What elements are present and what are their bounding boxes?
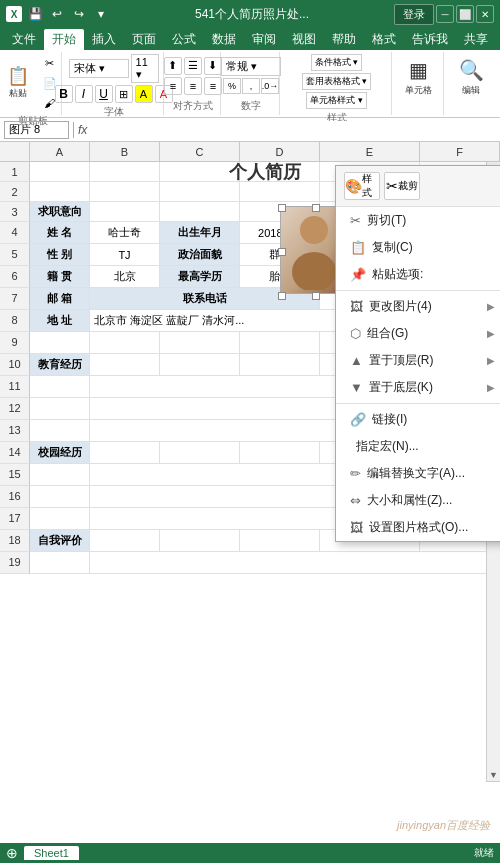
conditional-format-button[interactable]: 条件格式 ▾ [311, 54, 363, 71]
tab-review[interactable]: 审阅 [244, 29, 284, 50]
align-middle-button[interactable]: ☰ [184, 57, 202, 75]
cell-a17[interactable] [30, 508, 90, 529]
ctx-link-item[interactable]: 🔗 链接(I) [336, 406, 500, 433]
undo-btn[interactable]: ↩ [48, 5, 66, 23]
formula-input[interactable] [91, 121, 496, 139]
underline-button[interactable]: U [95, 85, 113, 103]
cell-d9[interactable] [240, 332, 320, 353]
ctx-macro-item[interactable]: 指定宏(N)... [336, 433, 500, 460]
cell-b10[interactable] [90, 354, 160, 375]
selection-handle-bl[interactable] [278, 292, 286, 300]
cell-a5[interactable]: 性 别 [30, 244, 90, 265]
ctx-crop-button[interactable]: ✂ 裁剪 [384, 172, 420, 200]
cell-a16[interactable] [30, 486, 90, 507]
tab-data[interactable]: 数据 [204, 29, 244, 50]
cell-a19[interactable] [30, 552, 90, 573]
tab-home[interactable]: 开始 [44, 29, 84, 50]
cell-a9[interactable] [30, 332, 90, 353]
align-top-button[interactable]: ⬆ [164, 57, 182, 75]
restore-button[interactable]: ⬜ [456, 5, 474, 23]
tab-page[interactable]: 页面 [124, 29, 164, 50]
cell-d1[interactable] [240, 162, 320, 181]
cell-a18[interactable]: 自我评价 [30, 530, 90, 551]
name-box[interactable]: 图片 8 [4, 121, 69, 139]
number-format-dropdown[interactable]: 常规 ▾ [221, 57, 281, 76]
font-size-dropdown[interactable]: 11 ▾ [131, 54, 159, 83]
redo-btn[interactable]: ↪ [70, 5, 88, 23]
cell-b2[interactable] [90, 182, 160, 201]
cell-bcdef19[interactable] [90, 552, 500, 573]
cell-b6[interactable]: 北京 [90, 266, 160, 287]
cell-c5[interactable]: 政治面貌 [160, 244, 240, 265]
align-center-button[interactable]: ≡ [184, 77, 202, 95]
col-header-c[interactable]: C [160, 142, 240, 161]
scroll-down-button[interactable]: ▼ [487, 768, 501, 782]
cell-a11[interactable] [30, 376, 90, 397]
cell-a14[interactable]: 校园经历 [30, 442, 90, 463]
align-bottom-button[interactable]: ⬇ [204, 57, 222, 75]
tab-insert[interactable]: 插入 [84, 29, 124, 50]
cell-a2[interactable] [30, 182, 90, 201]
ctx-group-item[interactable]: ⬡ 组合(G) ▶ [336, 320, 500, 347]
font-name-dropdown[interactable]: 宋体 ▾ [69, 59, 129, 78]
ctx-style-button[interactable]: 🎨 样式 [344, 172, 380, 200]
bold-button[interactable]: B [55, 85, 73, 103]
ctx-copy-item[interactable]: 📋 复制(C) [336, 234, 500, 261]
cell-b4[interactable]: 哈士奇 [90, 222, 160, 243]
selection-handle-tm[interactable] [312, 204, 320, 212]
cell-a10[interactable]: 教育经历 [30, 354, 90, 375]
cell-b9[interactable] [90, 332, 160, 353]
align-left-button[interactable]: ≡ [164, 77, 182, 95]
paste-button[interactable]: 📋 粘贴 [2, 64, 34, 102]
tab-file[interactable]: 文件 [4, 29, 44, 50]
ctx-send-back-item[interactable]: ▼ 置于底层(K) ▶ [336, 374, 500, 401]
cell-button[interactable]: ▦ 单元格 [403, 58, 435, 96]
ctx-paste-item[interactable]: 📌 粘贴选项: [336, 261, 500, 288]
ctx-bring-front-item[interactable]: ▲ 置于顶层(R) ▶ [336, 347, 500, 374]
ctx-format-image-item[interactable]: 🖼 设置图片格式(O)... [336, 514, 500, 541]
save-btn[interactable]: 💾 [26, 5, 44, 23]
col-header-a[interactable]: A [30, 142, 90, 161]
sheet-add-button[interactable]: ⊕ [6, 845, 18, 861]
tab-format[interactable]: 格式 [364, 29, 404, 50]
ctx-cut-item[interactable]: ✂ 剪切(T) [336, 207, 500, 234]
cell-b5[interactable]: TJ [90, 244, 160, 265]
cell-b14[interactable] [90, 442, 160, 463]
increase-decimal-button[interactable]: .0→ [261, 78, 279, 94]
ctx-size-prop-item[interactable]: ⇔ 大小和属性(Z)... [336, 487, 500, 514]
cell-b18[interactable] [90, 530, 160, 551]
cell-a13[interactable] [30, 420, 90, 441]
cell-a1[interactable] [30, 162, 90, 181]
cell-d14[interactable] [240, 442, 320, 463]
cell-d10[interactable] [240, 354, 320, 375]
ctx-alt-text-item[interactable]: ✏ 编辑替换文字(A)... [336, 460, 500, 487]
close-button[interactable]: ✕ [476, 5, 494, 23]
tab-view[interactable]: 视图 [284, 29, 324, 50]
table-format-button[interactable]: 套用表格格式 ▾ [302, 73, 372, 90]
tab-share[interactable]: 共享 [456, 29, 496, 50]
cell-d18[interactable] [240, 530, 320, 551]
italic-button[interactable]: I [75, 85, 93, 103]
selection-handle-tl[interactable] [278, 204, 286, 212]
cell-c3[interactable] [160, 202, 240, 221]
cell-b3[interactable] [90, 202, 160, 221]
cell-c1[interactable] [160, 162, 240, 181]
selection-handle-ml[interactable] [278, 248, 286, 256]
cell-a12[interactable] [30, 398, 90, 419]
col-header-f[interactable]: F [420, 142, 500, 161]
col-header-b[interactable]: B [90, 142, 160, 161]
selection-handle-bm[interactable] [312, 292, 320, 300]
cell-a3[interactable]: 求职意向 [30, 202, 90, 221]
minimize-button[interactable]: ─ [436, 5, 454, 23]
cell-a4[interactable]: 姓 名 [30, 222, 90, 243]
col-header-e[interactable]: E [320, 142, 420, 161]
tab-tellme[interactable]: 告诉我 [404, 29, 456, 50]
tab-formula[interactable]: 公式 [164, 29, 204, 50]
cell-a8[interactable]: 地 址 [30, 310, 90, 331]
ctx-change-image-item[interactable]: 🖼 更改图片(4) ▶ [336, 293, 500, 320]
cell-b1[interactable] [90, 162, 160, 181]
cell-c2[interactable] [160, 182, 240, 201]
cell-c4[interactable]: 出生年月 [160, 222, 240, 243]
cell-style-button[interactable]: 单元格样式 ▾ [306, 92, 367, 109]
col-header-d[interactable]: D [240, 142, 320, 161]
